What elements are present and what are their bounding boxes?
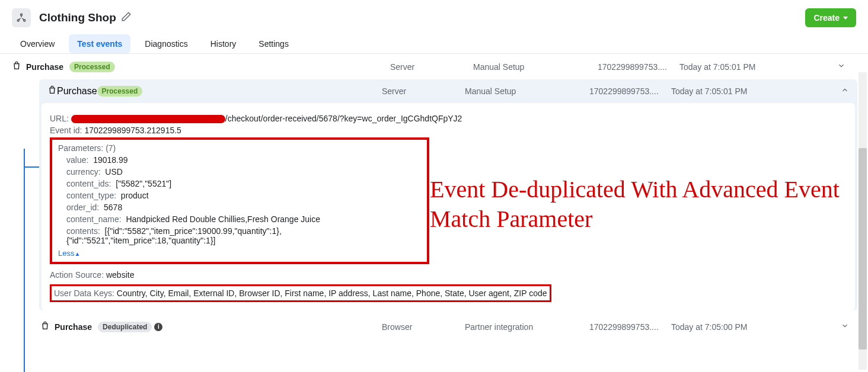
- status-badge: Processed: [69, 62, 115, 72]
- url-label: URL:: [50, 114, 69, 123]
- param-value: 19018.99: [93, 155, 127, 165]
- create-button-label: Create: [813, 13, 840, 23]
- event-name: Purchase: [26, 62, 63, 72]
- param-value: product: [121, 191, 149, 200]
- url-value: /checkout/order-received/5678/?key=wc_or…: [225, 114, 462, 123]
- user-data-keys-box: User Data Keys: Country, City, Email, Ex…: [50, 284, 551, 302]
- svg-point-0: [21, 14, 23, 15]
- parameters-box: Parameters: (7) value: 19018.99 currency…: [50, 137, 429, 264]
- url-row: URL: /checkout/order-received/5678/?key=…: [50, 114, 847, 123]
- event-row[interactable]: Purchase Processed Server Manual Setup 1…: [11, 54, 857, 79]
- tab-test-events[interactable]: Test events: [69, 34, 130, 53]
- info-icon[interactable]: i: [154, 323, 162, 331]
- setup-method: Manual Setup: [473, 62, 524, 72]
- event-time: Today at 7:05:01 PM: [679, 62, 755, 72]
- param-label: contents:: [66, 226, 100, 236]
- setup-method: Manual Setup: [465, 86, 516, 96]
- redacted-url: [71, 115, 225, 123]
- tree-connector: [24, 149, 25, 372]
- chevron-down-icon[interactable]: [837, 62, 845, 72]
- param-value: ["5582","5521"]: [116, 179, 171, 188]
- event-row[interactable]: Purchase Processed Server Manual Setup 1…: [39, 79, 857, 103]
- param-label: value:: [66, 155, 88, 165]
- status-badge: Processed: [97, 86, 143, 97]
- param-label: order_id:: [66, 203, 99, 212]
- event-time: Today at 7:05:00 PM: [671, 322, 747, 332]
- udk-label: User Data Keys:: [54, 288, 114, 298]
- tab-diagnostics[interactable]: Diagnostics: [136, 34, 196, 53]
- action-source-value: website: [106, 270, 134, 280]
- received-from: Server: [390, 62, 414, 72]
- chevron-down-icon[interactable]: [841, 322, 849, 332]
- chevron-up-icon[interactable]: [841, 86, 849, 97]
- create-button[interactable]: Create: [805, 8, 856, 27]
- param-label: content_name:: [66, 214, 122, 224]
- event-time: Today at 7:05:01 PM: [671, 86, 747, 96]
- parameters-title: Parameters: (7): [58, 143, 421, 153]
- tree-connector: [24, 166, 39, 168]
- status-badge: Deduplicated: [98, 322, 152, 332]
- event-name: Purchase: [57, 86, 97, 97]
- edit-icon[interactable]: [121, 11, 132, 24]
- event-name: Purchase: [55, 322, 92, 332]
- event-id-value: 1702299899753.212915.5: [84, 126, 181, 135]
- param-label: currency:: [66, 167, 101, 177]
- param-value: 5678: [104, 203, 122, 212]
- page-title: Clothing Shop: [39, 11, 116, 24]
- tab-history[interactable]: History: [202, 34, 245, 53]
- event-id-short: 1702299899753....: [589, 322, 659, 332]
- purchase-icon: [47, 85, 57, 97]
- received-from: Browser: [382, 322, 412, 332]
- event-id-short: 1702299899753....: [589, 86, 659, 96]
- event-id-short: 1702299899753....: [598, 62, 667, 72]
- setup-method: Partner integration: [465, 322, 533, 332]
- tab-settings[interactable]: Settings: [250, 34, 297, 53]
- event-id-label: Event id:: [50, 126, 82, 135]
- event-row[interactable]: Purchase Deduplicated i Browser Partner …: [39, 314, 857, 339]
- scrollbar-thumb[interactable]: [859, 148, 867, 349]
- received-from: Server: [382, 86, 406, 96]
- param-value: Handpicked Red Double Chillies,Fresh Ora…: [126, 214, 320, 224]
- purchase-icon: [40, 321, 51, 332]
- param-label: content_type:: [66, 191, 116, 200]
- purchase-icon: [12, 61, 23, 72]
- param-value: USD: [105, 167, 123, 177]
- action-source-label: Action Source:: [50, 270, 104, 280]
- param-label: content_ids:: [66, 179, 111, 188]
- udk-value: Country, City, Email, External ID, Brows…: [117, 288, 547, 298]
- tab-overview[interactable]: Overview: [12, 34, 63, 53]
- event-id-row: Event id: 1702299899753.212915.5: [50, 126, 847, 135]
- less-toggle[interactable]: Less: [58, 249, 74, 258]
- app-icon[interactable]: [12, 8, 31, 27]
- annotation-text: Event De-duplicated With Advanced Event …: [430, 175, 868, 234]
- chevron-down-icon: [843, 17, 848, 20]
- action-source-row: Action Source: website: [50, 270, 847, 280]
